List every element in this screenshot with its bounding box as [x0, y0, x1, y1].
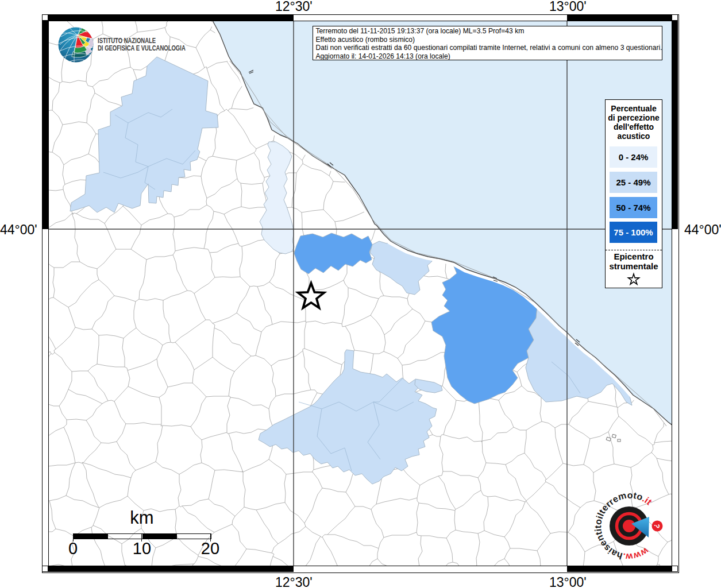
svg-text:ISTITUTO NAZIONALE: ISTITUTO NAZIONALE [98, 36, 156, 44]
svg-text:DI GEOFISICA E VULCANOLOGIA: DI GEOFISICA E VULCANOLOGIA [98, 44, 186, 52]
